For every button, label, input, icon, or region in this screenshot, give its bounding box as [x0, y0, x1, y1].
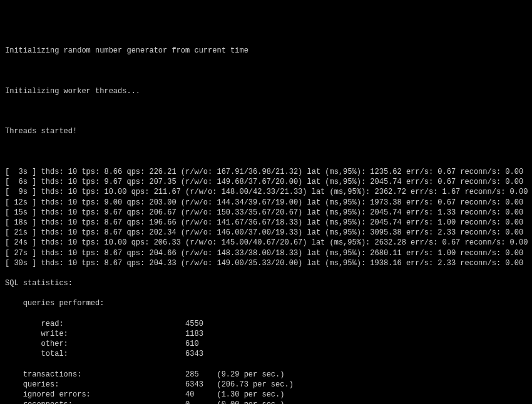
sql-queries: queries: 6343 (206.73 per sec.) [5, 380, 527, 390]
init-rng-line: Initializing random number generator fro… [5, 46, 527, 56]
sql-transactions: transactions: 285 (9.29 per sec.) [5, 370, 527, 380]
blank-line [5, 147, 527, 157]
sql-total: total: 6343 [5, 349, 527, 359]
progress-row: [ 12s ] thds: 10 tps: 9.00 qps: 203.00 (… [5, 198, 527, 208]
sql-read: read: 4550 [5, 319, 527, 329]
progress-row: [ 15s ] thds: 10 tps: 9.67 qps: 206.67 (… [5, 208, 527, 218]
progress-row: [ 30s ] thds: 10 tps: 8.67 qps: 204.33 (… [5, 258, 527, 268]
progress-block: [ 3s ] thds: 10 tps: 8.66 qps: 226.21 (r… [5, 167, 527, 268]
progress-row: [ 24s ] thds: 10 tps: 10.00 qps: 206.33 … [5, 238, 527, 248]
progress-row: [ 9s ] thds: 10 tps: 10.00 qps: 211.67 (… [5, 187, 527, 197]
progress-row: [ 6s ] thds: 10 tps: 9.67 qps: 207.35 (r… [5, 177, 527, 187]
init-workers-line: Initializing worker threads... [5, 86, 527, 96]
progress-row: [ 21s ] thds: 10 tps: 8.67 qps: 202.34 (… [5, 228, 527, 238]
queries-performed-label: queries performed: [5, 298, 527, 308]
sql-heading: SQL statistics: [5, 278, 527, 288]
blank-line [5, 106, 527, 116]
sql-ignored-errors: ignored errors: 40 (1.30 per sec.) [5, 390, 527, 400]
progress-row: [ 27s ] thds: 10 tps: 8.67 qps: 204.66 (… [5, 248, 527, 258]
progress-row: [ 18s ] thds: 10 tps: 8.67 qps: 196.66 (… [5, 218, 527, 228]
sql-write: write: 1183 [5, 329, 527, 339]
sql-other: other: 610 [5, 339, 527, 349]
sql-qp-block: read: 4550 write: 1183 other: 610 total:… [5, 319, 527, 360]
progress-row: [ 3s ] thds: 10 tps: 8.66 qps: 226.21 (r… [5, 167, 527, 177]
sql-reconnects: reconnects: 0 (0.00 per sec.) [5, 400, 527, 404]
blank-line [5, 66, 527, 76]
threads-started-line: Threads started! [5, 126, 527, 136]
sql-rates-block: transactions: 285 (9.29 per sec.) querie… [5, 370, 527, 404]
